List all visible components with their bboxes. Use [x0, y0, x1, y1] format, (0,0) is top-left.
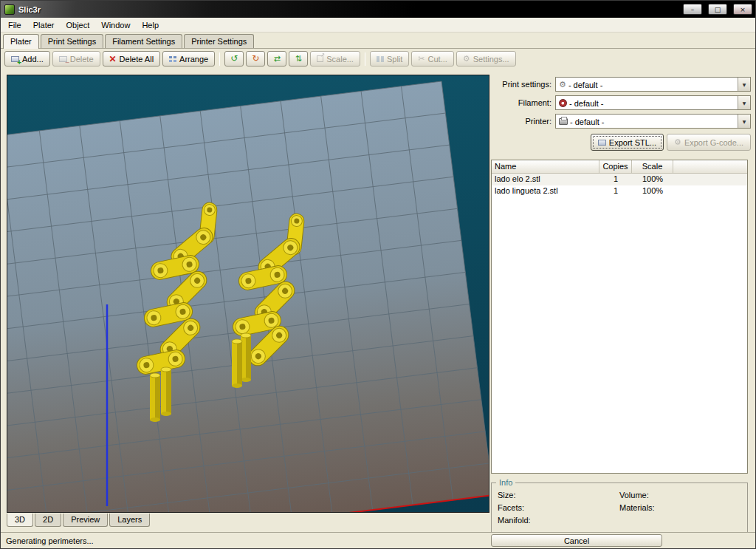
- info-materials-label: Materials:: [619, 503, 741, 512]
- delete-all-icon: ✕: [109, 55, 117, 63]
- bed-scene: [7, 75, 489, 512]
- tab-plater[interactable]: Plater: [3, 34, 39, 49]
- table-row[interactable]: lado elo 2.stl 1 100%: [492, 174, 747, 185]
- tab-filament-settings[interactable]: Filament Settings: [105, 34, 182, 48]
- titlebar: Slic3r – □ ×: [1, 1, 755, 18]
- menu-plater[interactable]: Plater: [27, 18, 61, 32]
- view-mode-tabs: 3D 2D Preview Layers: [7, 514, 151, 527]
- status-text: Generating perimeters...: [6, 536, 94, 545]
- toolbar-separator: [219, 52, 220, 66]
- cancel-button[interactable]: Cancel: [491, 534, 662, 547]
- add-button[interactable]: Add...: [4, 51, 50, 67]
- mirror-horizontal-button[interactable]: ⇄: [267, 51, 286, 67]
- filament-combo[interactable]: - default - ▼: [555, 95, 751, 110]
- rotate-cw-icon: ↻: [252, 55, 259, 63]
- plater-sidebar: Print settings: ⚙ - default - ▼ Filament…: [491, 75, 751, 534]
- cell-scale: 100%: [632, 185, 673, 197]
- close-button[interactable]: ×: [733, 4, 752, 15]
- scale-icon: [317, 55, 323, 62]
- cell-copies: 1: [599, 185, 632, 197]
- export-stl-icon: [598, 140, 606, 146]
- view-tab-2d[interactable]: 2D: [35, 514, 61, 527]
- export-stl-button[interactable]: Export STL...: [591, 134, 664, 151]
- printer-combo[interactable]: - default - ▼: [555, 114, 751, 129]
- delete-all-button[interactable]: ✕ Delete All: [103, 51, 161, 67]
- print-settings-row: Print settings: ⚙ - default - ▼: [491, 77, 751, 92]
- column-header-name[interactable]: Name: [492, 160, 599, 173]
- printer-value: - default -: [570, 117, 738, 126]
- delete-button[interactable]: Delete: [52, 51, 100, 67]
- cell-name: lado elo 2.stl: [492, 174, 599, 185]
- plater-toolbar: Add... Delete ✕ Delete All Arrange ↺ ↻ ⇄…: [1, 49, 755, 69]
- arrange-icon: [169, 56, 176, 62]
- add-icon: [11, 56, 19, 62]
- settings-gear-icon: ⚙: [463, 55, 470, 63]
- arrange-button[interactable]: Arrange: [162, 51, 215, 67]
- filament-value: - default -: [569, 98, 738, 108]
- menu-help[interactable]: Help: [136, 18, 165, 32]
- cell-scale: 100%: [632, 174, 673, 185]
- rotate-ccw-icon: ↺: [230, 55, 238, 63]
- filament-spool-icon: [559, 99, 567, 107]
- viewport-3d[interactable]: [7, 75, 489, 513]
- view-tab-3d[interactable]: 3D: [7, 514, 33, 527]
- printer-icon: [559, 118, 568, 125]
- rotate-cw-button[interactable]: ↻: [246, 51, 265, 67]
- scale-button[interactable]: Scale...: [310, 51, 360, 67]
- export-gcode-button[interactable]: ⚙ Export G-code...: [667, 134, 751, 151]
- app-window: Slic3r – □ × File Plater Object Window H…: [0, 0, 756, 549]
- main-area: 3D 2D Preview Layers Print settings: ⚙ -…: [1, 69, 755, 533]
- toolbar-separator: [365, 52, 365, 66]
- menu-window[interactable]: Window: [95, 18, 136, 32]
- column-header-scale[interactable]: Scale: [632, 160, 673, 173]
- object-list: Name Copies Scale lado elo 2.stl 1 100% …: [491, 160, 748, 474]
- minimize-button[interactable]: –: [683, 4, 702, 15]
- statusbar: Generating perimeters... Cancel: [1, 532, 755, 548]
- object-list-header: Name Copies Scale: [492, 160, 747, 174]
- mirror-vertical-icon: ⇅: [295, 55, 302, 63]
- mirror-vertical-button[interactable]: ⇅: [289, 51, 308, 67]
- menubar: File Plater Object Window Help: [1, 18, 755, 33]
- column-header-filler: [673, 160, 747, 173]
- cell-copies: 1: [599, 174, 632, 185]
- chevron-down-icon[interactable]: ▼: [738, 115, 750, 128]
- maximize-button[interactable]: □: [708, 4, 727, 15]
- column-header-copies[interactable]: Copies: [599, 160, 632, 173]
- menu-file[interactable]: File: [2, 18, 27, 32]
- chevron-down-icon[interactable]: ▼: [738, 96, 750, 109]
- export-row: Export STL... ⚙ Export G-code...: [491, 134, 751, 151]
- chevron-down-icon[interactable]: ▼: [738, 78, 750, 91]
- info-size-label: Size:: [498, 491, 619, 499]
- info-panel: Info Size: Volume: Facets: Materials: Ma…: [491, 482, 748, 534]
- tab-print-settings[interactable]: Print Settings: [41, 34, 103, 48]
- split-button[interactable]: Split: [370, 51, 409, 67]
- gear-icon: ⚙: [559, 81, 566, 89]
- printer-row: Printer: - default - ▼: [491, 114, 751, 129]
- mirror-horizontal-icon: ⇄: [274, 55, 281, 63]
- menu-object[interactable]: Object: [60, 18, 95, 32]
- info-panel-title: Info: [496, 478, 515, 487]
- filament-row: Filament: - default - ▼: [491, 95, 751, 110]
- tab-printer-settings[interactable]: Printer Settings: [184, 34, 254, 48]
- view-tab-layers[interactable]: Layers: [109, 514, 150, 527]
- print-settings-value: - default -: [568, 80, 738, 89]
- print-settings-label: Print settings:: [491, 80, 551, 89]
- split-icon: [377, 56, 384, 62]
- delete-icon: [59, 56, 67, 62]
- print-bed: [7, 81, 489, 512]
- rotate-ccw-button[interactable]: ↺: [224, 51, 244, 67]
- table-row[interactable]: lado lingueta 2.stl 1 100%: [492, 185, 747, 197]
- slic3r-logo-icon: [4, 4, 15, 15]
- main-tabstrip: Plater Print Settings Filament Settings …: [1, 33, 755, 49]
- cut-button[interactable]: ✂ Cut...: [411, 51, 454, 67]
- cut-icon: ✂: [418, 55, 425, 63]
- printer-label: Printer:: [491, 117, 551, 126]
- filament-label: Filament:: [491, 98, 551, 107]
- settings-button[interactable]: ⚙ Settings...: [456, 51, 516, 67]
- info-volume-label: Volume:: [619, 491, 741, 499]
- view-tab-preview[interactable]: Preview: [63, 514, 108, 527]
- info-facets-label: Facets:: [498, 503, 619, 512]
- cell-name: lado lingueta 2.stl: [492, 185, 599, 197]
- info-manifold-label: Manifold:: [498, 516, 619, 525]
- print-settings-combo[interactable]: ⚙ - default - ▼: [555, 77, 751, 92]
